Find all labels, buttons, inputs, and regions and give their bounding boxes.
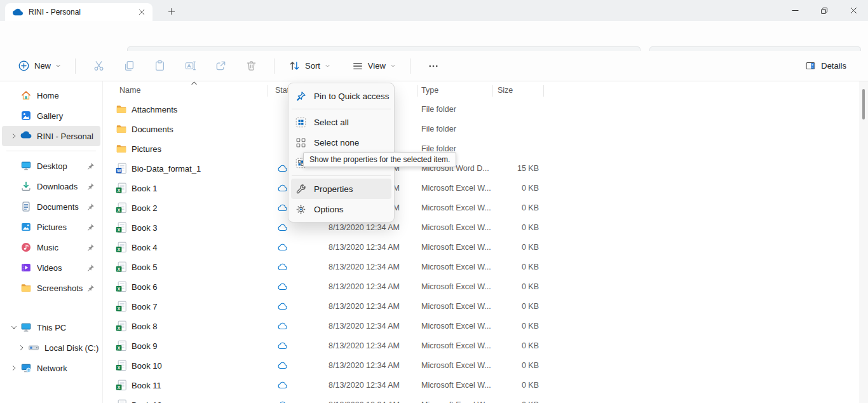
sidebar-item-documents[interactable]: Documents <box>2 196 100 217</box>
file-row-book-9[interactable]: XBook 98/13/2020 12:34 AMMicrosoft Excel… <box>103 336 859 356</box>
excel-icon: X <box>116 222 127 233</box>
menu-item-select-all[interactable]: Select all <box>291 112 391 132</box>
gallery-icon <box>20 110 32 121</box>
desktop-icon <box>20 160 32 172</box>
rename-button[interactable] <box>177 55 203 77</box>
file-date: 8/13/2020 12:34 AM <box>329 381 400 390</box>
column-header-row: Name Status Type Size <box>103 81 859 100</box>
file-row-pictures[interactable]: PicturesFile folder <box>103 139 859 159</box>
column-header-type[interactable]: Type <box>421 86 438 95</box>
toolbar-separator <box>410 58 410 74</box>
file-row-book-6[interactable]: XBook 68/13/2020 12:34 AMMicrosoft Excel… <box>103 277 859 297</box>
chevron-down-icon[interactable] <box>8 324 20 331</box>
cut-button[interactable] <box>86 55 111 77</box>
more-icon <box>428 60 439 72</box>
file-name: Book 5 <box>132 263 157 272</box>
file-row-book-2[interactable]: XBook 28/13/2020 12:34 AMMicrosoft Excel… <box>103 198 859 218</box>
sidebar-item-rini-personal[interactable]: RINI - Personal <box>2 126 100 146</box>
sort-button[interactable]: Sort <box>282 56 337 76</box>
excel-icon: X <box>116 320 127 332</box>
file-name: Book 6 <box>132 282 157 292</box>
menu-item-pin-to-quick-access[interactable]: Pin to Quick access <box>291 86 391 106</box>
restore-button[interactable] <box>810 0 839 21</box>
sidebar-item-desktop[interactable]: Desktop <box>2 156 100 176</box>
cloud-status-icon <box>277 303 288 310</box>
sidebar-item-label: This PC <box>37 323 100 332</box>
share-icon <box>215 60 227 72</box>
file-size: 0 KB <box>491 341 539 350</box>
menu-item-properties[interactable]: Properties <box>291 179 391 199</box>
column-header-name[interactable]: Name <box>119 86 140 95</box>
file-size: 0 KB <box>491 223 539 232</box>
sidebar-item-downloads[interactable]: Downloads <box>2 176 100 196</box>
chevron-right-icon[interactable] <box>15 345 28 351</box>
file-name: Pictures <box>132 144 161 154</box>
file-row-book-12[interactable]: XBook 128/13/2020 12:34 AMMicrosoft Exce… <box>103 395 859 403</box>
column-divider[interactable] <box>543 85 544 97</box>
excel-icon: X <box>116 360 127 371</box>
column-divider[interactable] <box>268 85 268 97</box>
view-button[interactable]: View <box>346 57 402 76</box>
sidebar-item-this-pc[interactable]: This PC <box>2 317 100 338</box>
menu-separator <box>292 109 391 109</box>
file-row-bio-data-format-1[interactable]: WBio-Data_format_18/13/2020 12:34 AMMicr… <box>103 159 859 179</box>
sort-label: Sort <box>305 61 320 71</box>
sidebar-item-local-disk-c[interactable]: Local Disk (C:) <box>2 338 100 358</box>
file-row-book-10[interactable]: XBook 108/13/2020 12:34 AMMicrosoft Exce… <box>103 356 859 376</box>
file-row-attachments[interactable]: AttachmentsFile folder <box>103 100 859 120</box>
menu-item-options[interactable]: Options <box>291 199 391 219</box>
file-list-area: Name Status Type Size AttachmentsFile fo… <box>103 81 859 403</box>
cut-icon <box>93 60 105 72</box>
tab-close-icon[interactable] <box>136 6 147 18</box>
copy-button[interactable] <box>116 55 142 77</box>
svg-text:X: X <box>118 306 121 311</box>
column-header-size[interactable]: Size <box>498 86 513 95</box>
sidebar-item-music[interactable]: Music <box>2 237 100 257</box>
details-button[interactable]: Details <box>799 57 853 75</box>
column-divider[interactable] <box>417 85 418 97</box>
see-more-button[interactable] <box>421 55 446 77</box>
sidebar-item-label: Desktop <box>37 161 86 171</box>
explorer-tab[interactable]: RINI - Personal <box>5 3 153 21</box>
file-row-documents[interactable]: DocumentsFile folder <box>103 120 859 139</box>
chevron-right-icon[interactable] <box>8 133 20 139</box>
file-name: Book 8 <box>132 322 157 331</box>
sidebar-item-home[interactable]: Home <box>2 85 100 106</box>
file-row-book-7[interactable]: XBook 78/13/2020 12:34 AMMicrosoft Excel… <box>103 297 859 317</box>
sidebar-item-label: Local Disk (C:) <box>44 343 100 353</box>
new-tab-button[interactable] <box>166 6 177 17</box>
excel-icon: X <box>116 340 127 352</box>
file-row-book-5[interactable]: XBook 58/13/2020 12:34 AMMicrosoft Excel… <box>103 257 859 277</box>
share-button[interactable] <box>208 55 233 77</box>
select-all-icon <box>295 117 306 128</box>
sidebar-item-pictures[interactable]: Pictures <box>2 217 100 237</box>
file-row-book-1[interactable]: XBook 18/13/2020 12:34 AMMicrosoft Excel… <box>103 179 859 198</box>
sidebar-item-screenshots[interactable]: Screenshots <box>2 278 100 298</box>
paste-icon <box>154 60 166 72</box>
menu-item-select-none[interactable]: Select none <box>291 132 391 153</box>
file-row-book-3[interactable]: XBook 38/13/2020 12:34 AMMicrosoft Excel… <box>103 218 859 238</box>
file-name: Book 3 <box>132 223 157 233</box>
file-size: 0 KB <box>491 400 539 403</box>
file-type: Microsoft Excel W... <box>421 361 491 370</box>
file-row-book-4[interactable]: XBook 48/13/2020 12:34 AMMicrosoft Excel… <box>103 238 859 257</box>
delete-button[interactable] <box>238 55 264 77</box>
file-row-book-8[interactable]: XBook 88/13/2020 12:34 AMMicrosoft Excel… <box>103 317 859 336</box>
menu-item-label: Select none <box>314 138 359 147</box>
paste-button[interactable] <box>147 55 172 77</box>
sidebar-item-videos[interactable]: Videos <box>2 257 100 278</box>
minimize-button[interactable] <box>780 0 810 21</box>
excel-icon: X <box>116 261 127 273</box>
close-button[interactable] <box>839 0 868 21</box>
file-name: Book 12 <box>132 400 162 403</box>
sidebar-item-network[interactable]: Network <box>2 358 100 378</box>
sidebar-item-gallery[interactable]: Gallery <box>2 106 100 126</box>
vertical-scrollbar[interactable] <box>859 81 868 403</box>
file-name: Book 10 <box>132 361 162 371</box>
new-button[interactable]: New <box>11 56 67 76</box>
file-type: Microsoft Excel W... <box>421 223 491 232</box>
scrollbar-thumb[interactable] <box>862 89 865 120</box>
chevron-right-icon[interactable] <box>8 365 20 371</box>
column-divider[interactable] <box>492 85 493 97</box>
file-row-book-11[interactable]: XBook 118/13/2020 12:34 AMMicrosoft Exce… <box>103 376 859 395</box>
